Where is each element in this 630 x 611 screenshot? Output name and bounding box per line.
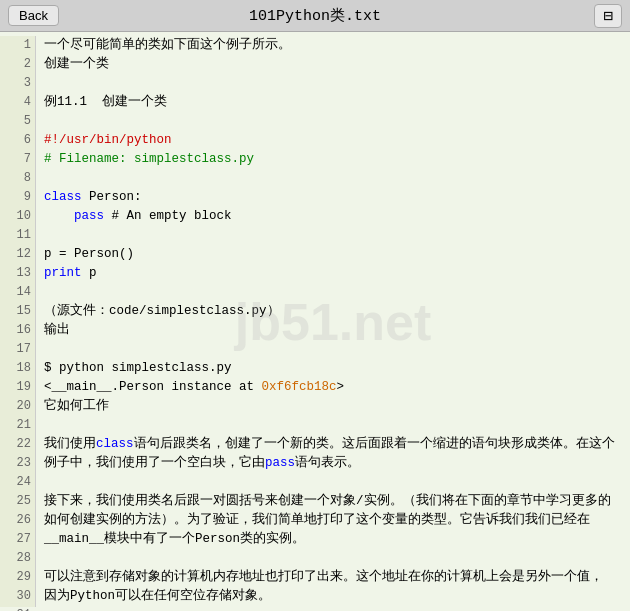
- code-line: [44, 283, 622, 302]
- code-line: 我们使用class语句后跟类名，创建了一个新的类。这后面跟着一个缩进的语句块形成…: [44, 435, 622, 454]
- line-number: 21: [4, 416, 31, 435]
- code-line: 创建一个类: [44, 55, 622, 74]
- code-line: [44, 340, 622, 359]
- line-number: 28: [4, 549, 31, 568]
- code-line: 如何创建实例的方法）。为了验证，我们简单地打印了这个变量的类型。它告诉我们我们已…: [44, 511, 622, 530]
- line-number: 1: [4, 36, 31, 55]
- code-area: 一个尽可能简单的类如下面这个例子所示。创建一个类例11.1 创建一个类#!/us…: [36, 36, 630, 607]
- line-number: 16: [4, 321, 31, 340]
- line-number: 6: [4, 131, 31, 150]
- line-number: 22: [4, 435, 31, 454]
- code-line: $ python simplestclass.py: [44, 359, 622, 378]
- code-line: <__main__.Person instance at 0xf6fcb18c>: [44, 378, 622, 397]
- code-line: pass # An empty block: [44, 207, 622, 226]
- line-number: 29: [4, 568, 31, 587]
- line-number: 31: [4, 606, 31, 611]
- code-line: [44, 74, 622, 93]
- code-line: 因为Python可以在任何空位存储对象。: [44, 587, 622, 606]
- line-number: 9: [4, 188, 31, 207]
- code-line: p = Person(): [44, 245, 622, 264]
- code-line: [44, 416, 622, 435]
- content-area: 1234567891011121314151617181920212223242…: [0, 32, 630, 611]
- code-line: [44, 549, 622, 568]
- code-line: [44, 112, 622, 131]
- code-line: [44, 606, 622, 611]
- line-number: 26: [4, 511, 31, 530]
- code-line: 例11.1 创建一个类: [44, 93, 622, 112]
- line-number: 19: [4, 378, 31, 397]
- code-line: 例子中，我们使用了一个空白块，它由pass语句表示。: [44, 454, 622, 473]
- code-line: 输出: [44, 321, 622, 340]
- code-line: [44, 169, 622, 188]
- code-line: 可以注意到存储对象的计算机内存地址也打印了出来。这个地址在你的计算机上会是另外一…: [44, 568, 622, 587]
- line-numbers: 1234567891011121314151617181920212223242…: [0, 36, 36, 607]
- line-number: 8: [4, 169, 31, 188]
- line-number: 13: [4, 264, 31, 283]
- code-line: 它如何工作: [44, 397, 622, 416]
- line-number: 15: [4, 302, 31, 321]
- line-number: 3: [4, 74, 31, 93]
- line-number: 17: [4, 340, 31, 359]
- line-number: 14: [4, 283, 31, 302]
- line-number: 10: [4, 207, 31, 226]
- line-number: 5: [4, 112, 31, 131]
- code-line: # Filename: simplestclass.py: [44, 150, 622, 169]
- code-line: [44, 473, 622, 492]
- code-line: [44, 226, 622, 245]
- code-line: #!/usr/bin/python: [44, 131, 622, 150]
- line-number: 20: [4, 397, 31, 416]
- line-number: 30: [4, 587, 31, 606]
- code-line: 一个尽可能简单的类如下面这个例子所示。: [44, 36, 622, 55]
- line-number: 23: [4, 454, 31, 473]
- line-number: 12: [4, 245, 31, 264]
- line-number: 18: [4, 359, 31, 378]
- line-number: 4: [4, 93, 31, 112]
- back-button[interactable]: Back: [8, 5, 59, 26]
- page-title: 101Python类.txt: [249, 6, 381, 25]
- code-line: class Person:: [44, 188, 622, 207]
- line-number: 25: [4, 492, 31, 511]
- code-line: 接下来，我们使用类名后跟一对圆括号来创建一个对象/实例。（我们将在下面的章节中学…: [44, 492, 622, 511]
- line-number: 2: [4, 55, 31, 74]
- code-line: __main__模块中有了一个Person类的实例。: [44, 530, 622, 549]
- line-number: 7: [4, 150, 31, 169]
- code-line: print p: [44, 264, 622, 283]
- line-number: 11: [4, 226, 31, 245]
- line-number: 24: [4, 473, 31, 492]
- collapse-button[interactable]: ⊟: [594, 4, 622, 28]
- line-number: 27: [4, 530, 31, 549]
- code-line: （源文件：code/simplestclass.py）: [44, 302, 622, 321]
- header: Back 101Python类.txt ⊟: [0, 0, 630, 32]
